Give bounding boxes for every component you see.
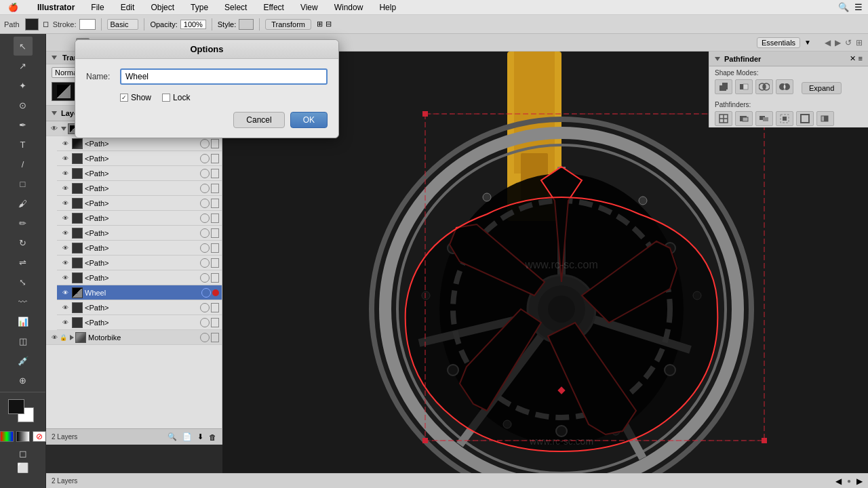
warp-tool[interactable]: 〰 bbox=[14, 292, 33, 311]
canvas-nav-right-icon[interactable]: ▶ bbox=[856, 476, 863, 486]
layer-target-1[interactable] bbox=[200, 139, 210, 148]
layer-target-10[interactable] bbox=[200, 273, 210, 283]
select-tool[interactable]: ↖ bbox=[14, 37, 33, 56]
menu-help[interactable]: Help bbox=[376, 3, 399, 12]
layer-eye-after2[interactable]: 👁 bbox=[60, 319, 71, 326]
layer-collapse-triangle[interactable] bbox=[61, 127, 66, 131]
menu-effect[interactable]: Effect bbox=[260, 3, 286, 12]
layer-target-after1[interactable] bbox=[200, 303, 210, 312]
intersect-button[interactable] bbox=[755, 79, 773, 94]
layer-select-motorbike[interactable] bbox=[211, 333, 219, 342]
dialog-name-input[interactable] bbox=[120, 68, 328, 85]
fill-swatch[interactable] bbox=[25, 18, 39, 30]
layer-path-6[interactable]: 👁 <Path> bbox=[57, 211, 222, 226]
screen-mode-icon[interactable]: ⬜ bbox=[17, 462, 28, 473]
layer-select-8[interactable] bbox=[211, 243, 219, 253]
mirror-tool[interactable]: ⇌ bbox=[14, 253, 33, 272]
layer-eye-5[interactable]: 👁 bbox=[60, 200, 71, 207]
pf-close-icon[interactable]: ✕ bbox=[850, 54, 856, 63]
layer-target-5[interactable] bbox=[200, 199, 210, 208]
layer-select-after2[interactable] bbox=[211, 318, 219, 327]
layer-eye-after1[interactable]: 👁 bbox=[60, 304, 71, 311]
menu-illustrator[interactable]: Illustrator bbox=[35, 3, 77, 12]
layers-new-icon[interactable]: 📄 bbox=[182, 432, 192, 441]
layer-eye-10[interactable]: 👁 bbox=[60, 274, 71, 281]
layer-select-7[interactable] bbox=[211, 228, 219, 238]
layer-eye-9[interactable]: 👁 bbox=[60, 260, 71, 266]
canvas-nav-icon[interactable]: ◀ bbox=[835, 476, 842, 486]
none-swatch[interactable]: ⊘ bbox=[33, 431, 46, 442]
minus-front-button[interactable] bbox=[735, 79, 753, 94]
layer-target-9[interactable] bbox=[200, 258, 210, 268]
mask-thumbnail[interactable] bbox=[52, 82, 76, 101]
panel-toggle-icon[interactable]: ⊞ bbox=[856, 38, 863, 47]
layer-eye-1[interactable]: 👁 bbox=[60, 140, 71, 147]
layer-select-1[interactable] bbox=[211, 139, 219, 148]
merge-button[interactable] bbox=[755, 111, 773, 126]
layer-path-8[interactable]: 👁 <Path> bbox=[57, 241, 222, 256]
layer-lock-motorbike[interactable]: 🔒 bbox=[60, 334, 67, 341]
menu-edit[interactable]: Edit bbox=[118, 3, 138, 12]
layer-eye-4[interactable]: 👁 bbox=[60, 185, 71, 192]
layers-delete-icon[interactable]: 🗑 bbox=[209, 433, 216, 441]
stroke-color-swatch[interactable] bbox=[79, 19, 96, 30]
menu-window[interactable]: Window bbox=[332, 3, 366, 12]
layer-path-1[interactable]: 👁 <Path> bbox=[57, 136, 222, 151]
layer-target-motorbike[interactable] bbox=[200, 333, 210, 342]
scale-tool[interactable]: ⤡ bbox=[14, 272, 33, 291]
menu-view[interactable]: View bbox=[298, 3, 321, 12]
transparency-expand-icon[interactable] bbox=[52, 56, 57, 60]
layer-expand-motorbike[interactable] bbox=[70, 335, 74, 340]
lasso-tool[interactable]: ⊙ bbox=[14, 96, 33, 115]
pf-expand-icon[interactable] bbox=[715, 57, 720, 61]
layers-move-down-icon[interactable]: ⬇ bbox=[197, 432, 203, 441]
layer-eye-motorbike[interactable]: 👁 bbox=[49, 334, 60, 341]
layer-eye-3[interactable]: 👁 bbox=[60, 170, 71, 177]
layer-visibility-eye[interactable]: 👁 bbox=[49, 125, 60, 132]
zoom-tool[interactable]: ⊕ bbox=[14, 371, 33, 390]
layer-path-2[interactable]: 👁 <Path> bbox=[57, 151, 222, 166]
layer-path-5[interactable]: 👁 <Path> bbox=[57, 196, 222, 211]
layer-target-2[interactable] bbox=[200, 154, 210, 163]
expand-button[interactable]: Expand bbox=[802, 82, 842, 94]
nav-forward-icon[interactable]: ▶ bbox=[835, 38, 841, 47]
sync-icon[interactable]: ↺ bbox=[845, 38, 852, 47]
layer-eye-6[interactable]: 👁 bbox=[60, 215, 71, 222]
layer-select-6[interactable] bbox=[211, 214, 219, 223]
menu-select[interactable]: Select bbox=[222, 3, 250, 12]
minus-back-button[interactable] bbox=[816, 111, 834, 126]
paintbrush-tool[interactable]: 🖌 bbox=[14, 194, 33, 213]
layer-select-2[interactable] bbox=[211, 154, 219, 163]
layer-eye-2[interactable]: 👁 bbox=[60, 155, 71, 162]
layers-expand-icon[interactable] bbox=[52, 111, 57, 115]
layer-path-10[interactable]: 👁 <Path> bbox=[57, 270, 222, 285]
type-tool[interactable]: T bbox=[14, 135, 33, 154]
ok-button[interactable]: OK bbox=[290, 112, 328, 128]
layer-path-3[interactable]: 👁 <Path> bbox=[57, 166, 222, 181]
layers-search-icon[interactable]: 🔍 bbox=[167, 432, 177, 441]
drawing-mode-icon[interactable]: ◻ bbox=[19, 448, 27, 459]
outline-button[interactable] bbox=[796, 111, 814, 126]
line-tool[interactable]: / bbox=[14, 155, 33, 174]
trim-button[interactable] bbox=[735, 111, 753, 126]
layer-path-4[interactable]: 👁 <Path> bbox=[57, 181, 222, 196]
pencil-tool[interactable]: ✏ bbox=[14, 214, 33, 232]
apple-menu[interactable]: 🍎 bbox=[5, 3, 21, 12]
layer-wheel[interactable]: 👁 Wheel bbox=[57, 285, 222, 300]
search-icon[interactable]: 🔍 bbox=[838, 2, 849, 12]
direct-select-tool[interactable]: ↗ bbox=[14, 56, 33, 75]
layer-select-9[interactable] bbox=[211, 258, 219, 268]
crop-button[interactable] bbox=[776, 111, 793, 126]
layer-eye-8[interactable]: 👁 bbox=[60, 245, 71, 251]
foreground-color-swatch[interactable] bbox=[8, 399, 24, 414]
opacity-value[interactable]: 100% bbox=[180, 20, 206, 29]
layer-path-after1[interactable]: 👁 <Path> bbox=[57, 300, 222, 315]
magic-wand-tool[interactable]: ✦ bbox=[14, 76, 33, 95]
rect-tool[interactable]: □ bbox=[14, 174, 33, 193]
menu-object[interactable]: Object bbox=[148, 3, 177, 12]
lock-checkbox[interactable] bbox=[162, 94, 170, 102]
show-checkbox[interactable] bbox=[120, 94, 128, 102]
unite-button[interactable] bbox=[715, 79, 732, 94]
layer-path-7[interactable]: 👁 <Path> bbox=[57, 226, 222, 241]
basic-dropdown[interactable]: Basic bbox=[107, 19, 139, 30]
